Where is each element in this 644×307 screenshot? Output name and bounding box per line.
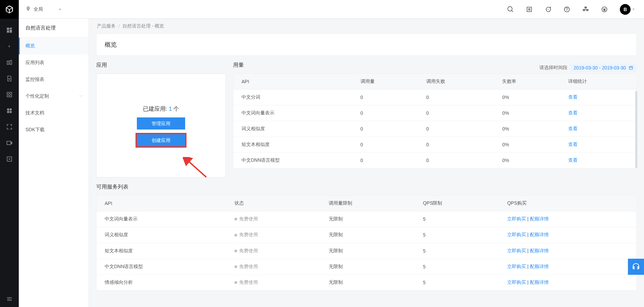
buy-link[interactable]: 立即购买 [507,279,526,285]
services-col-4: QPS购买 [499,196,636,211]
date-range-picker: 请选择时间段 2019-03-30 - 2019-03-30 [539,64,637,72]
usage-col-3: 失败率 [494,74,560,90]
services-row: 情感倾向分析免费使用无限制5立即购买 | 配额详情 [97,275,637,291]
view-link[interactable]: 查看 [568,142,578,147]
rail-play[interactable] [0,151,19,167]
sidebar-item-label: 技术文档 [25,110,44,116]
chevron-down-icon: ▾ [59,7,61,12]
main-content: 产品服务 / 自然语言处理 - 概览 概览 应用 已建应用: 1 个 管理应用 … [89,19,644,307]
location-icon [25,6,31,12]
date-range-label: 请选择时间段 [539,65,568,71]
usage-row: 中文分词000%查看 [233,90,637,105]
user-menu[interactable]: B ▾ [620,4,635,15]
rail-collapse[interactable] [0,291,19,307]
services-row: 词义相似度免费使用无限制5立即购买 | 配额详情 [97,227,637,243]
svg-rect-6 [7,92,11,97]
svg-rect-8 [7,141,11,145]
services-col-3: QPS限制 [415,196,499,211]
usage-table: API调用量调用失败失败率详细统计 中文分词000%查看中文词向量表示000%查… [233,73,637,168]
services-row: 中文DNN语言模型免费使用无限制5立即购买 | 配额详情 [97,259,637,274]
buy-link[interactable]: 立即购买 [507,216,526,221]
sidebar-item-0[interactable]: 概览 [19,38,89,54]
manage-apps-button[interactable]: 管理应用 [137,117,185,130]
status-dot-icon [234,218,237,220]
buy-link[interactable]: 立即购买 [507,248,526,253]
page-title: 概览 [105,41,628,49]
quota-link[interactable]: 配额详情 [530,279,549,285]
services-table: API状态调用量限制QPS限制QPS购买 中文词向量表示免费使用无限制5立即购买… [96,195,637,291]
rail-target[interactable] [0,87,19,103]
usage-col-2: 调用失败 [418,74,494,90]
services-row: 短文本相似度免费使用无限制5立即购买 | 配额详情 [97,243,637,259]
rail-fullscreen[interactable] [0,119,19,135]
sidebar-item-3[interactable]: 个性化定制﹀ [19,88,89,105]
sidebar-item-label: SDK下载 [25,127,45,133]
view-link[interactable]: 查看 [568,126,578,131]
quota-link[interactable]: 配额详情 [530,264,549,269]
list-icon[interactable] [526,6,533,13]
services-col-1: 状态 [226,196,321,211]
nav-rail [0,19,19,307]
apps-built-text: 已建应用: 1 个 [143,105,179,113]
buy-link[interactable]: 立即购买 [507,232,526,237]
search-icon[interactable] [507,6,514,13]
rail-video[interactable] [0,135,19,151]
help-icon[interactable] [564,6,570,13]
cube-logo-icon [5,5,14,14]
quota-link[interactable]: 配额详情 [530,216,549,221]
svg-point-3 [549,9,549,10]
sidebar-item-label: 监控报表 [25,76,44,83]
breadcrumb-sep: / [118,23,120,29]
support-fab[interactable] [628,259,644,275]
view-link[interactable]: 查看 [568,94,578,100]
usage-col-4: 详细统计 [560,74,637,90]
sidebar-item-5[interactable]: SDK下载 [19,121,89,138]
quota-link[interactable]: 配额详情 [530,248,549,253]
usage-col-0: API [233,74,353,90]
sidebar: 自然语言处理 概览应用列表监控报表个性化定制﹀技术文档SDK下载 [19,19,89,307]
chat-icon[interactable] [545,6,551,13]
sidebar-item-label: 个性化定制 [25,93,49,99]
services-panel: 可用服务列表 API状态调用量限制QPS限制QPS购买 中文词向量表示免费使用无… [96,184,637,291]
status-dot-icon [234,234,237,237]
buy-link[interactable]: 立即购买 [507,264,526,269]
brand-logo[interactable] [0,0,19,19]
usage-panel-title: 用量 [233,62,539,69]
rail-dashboard[interactable] [0,22,19,38]
status-dot-icon [234,265,237,268]
breadcrumb: 产品服务 / 自然语言处理 - 概览 [89,19,644,34]
apps-box: 已建应用: 1 个 管理应用 创建应用 [96,73,226,177]
headset-icon [632,262,640,271]
rail-apps[interactable] [0,54,19,70]
usage-col-1: 调用量 [353,74,418,90]
org-icon[interactable] [582,6,589,13]
rail-expand[interactable] [0,38,19,54]
sidebar-item-label: 概览 [25,43,35,49]
sidebar-item-2[interactable]: 监控报表 [19,71,89,88]
page-title-card: 概览 [96,34,637,56]
status-dot-icon [234,281,237,284]
apps-count: 1 [169,106,172,112]
status-dot-icon [234,250,237,252]
currency-icon[interactable] [601,6,608,13]
view-link[interactable]: 查看 [568,110,578,115]
scope-selector[interactable]: 全局 ▾ [25,6,61,12]
breadcrumb-current: 自然语言处理 - 概览 [122,23,164,29]
svg-point-1 [547,9,548,10]
apps-panel: 应用 已建应用: 1 个 管理应用 创建应用 [96,62,226,177]
date-range-value[interactable]: 2019-03-30 - 2019-03-30 [570,64,637,72]
services-panel-title: 可用服务列表 [96,184,637,191]
sidebar-item-label: 应用列表 [25,60,44,66]
services-col-2: 调用量限制 [321,196,415,211]
breadcrumb-root[interactable]: 产品服务 [97,23,116,29]
view-link[interactable]: 查看 [568,157,578,163]
usage-row: 短文本相似度000%查看 [233,137,637,153]
rail-grid[interactable] [0,103,19,119]
scrollbar[interactable] [635,91,637,168]
scope-label: 全局 [34,6,43,12]
quota-link[interactable]: 配额详情 [530,232,549,237]
sidebar-item-4[interactable]: 技术文档 [19,105,89,121]
rail-doc[interactable] [0,70,19,87]
sidebar-item-1[interactable]: 应用列表 [19,54,89,71]
create-app-button[interactable]: 创建应用 [137,134,185,146]
